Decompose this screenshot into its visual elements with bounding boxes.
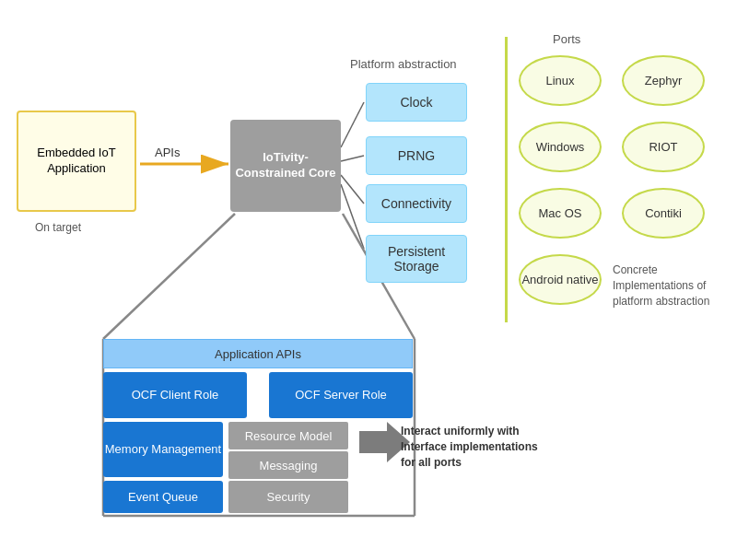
app-apis-label: Application APIs (215, 347, 301, 361)
zephyr-label: Zephyr (645, 74, 682, 88)
ocf-client-label: OCF Client Role (132, 388, 219, 403)
clock-box: Clock (366, 83, 467, 122)
svg-line-8 (103, 214, 235, 339)
platform-abstraction-label: Platform abstraction (350, 57, 457, 71)
connectivity-label: Connectivity (381, 196, 451, 211)
security-box: Security (228, 481, 348, 513)
linux-oval: Linux (519, 55, 602, 106)
prng-box: PRNG (366, 136, 467, 175)
contiki-label: Contiki (645, 206, 682, 220)
ocf-client-box: OCF Client Role (103, 372, 247, 418)
android-label: Android native (521, 273, 598, 287)
embedded-app-label: Embedded IoT Application (18, 146, 135, 177)
ports-label: Ports (553, 32, 580, 46)
apis-label: APIs (155, 146, 180, 159)
ocf-server-label: OCF Server Role (295, 388, 387, 403)
memory-mgmt-label: Memory Management (105, 442, 221, 458)
linux-label: Linux (545, 74, 574, 88)
interact-label: Interact uniformly with Interface implem… (401, 424, 544, 470)
contiki-oval: Contiki (622, 188, 705, 239)
event-queue-box: Event Queue (103, 481, 223, 513)
iotivity-box: IoTivity-Constrained Core (230, 120, 341, 212)
resource-model-box: Resource Model (228, 422, 348, 449)
messaging-label: Messaging (260, 459, 318, 472)
windows-oval: Windows (519, 122, 602, 172)
green-divider (505, 37, 508, 322)
riot-oval: RIOT (622, 122, 705, 172)
prng-label: PRNG (398, 148, 435, 163)
concrete-implementations-label: Concrete Implementations of platform abs… (613, 262, 723, 309)
macos-oval: Mac OS (519, 188, 602, 239)
iotivity-label: IoTivity-Constrained Core (230, 150, 341, 181)
zephyr-oval: Zephyr (622, 55, 705, 106)
svg-line-7 (341, 184, 364, 249)
diagram-container: Embedded IoT Application On target APIs … (0, 0, 737, 560)
ocf-server-box: OCF Server Role (269, 372, 413, 418)
svg-line-4 (341, 102, 364, 147)
svg-line-5 (341, 156, 364, 161)
macos-label: Mac OS (539, 206, 582, 220)
riot-label: RIOT (649, 140, 677, 154)
app-apis-bar: Application APIs (103, 339, 413, 368)
connectivity-box: Connectivity (366, 184, 467, 223)
resource-model-label: Resource Model (245, 429, 333, 443)
memory-mgmt-box: Memory Management (103, 422, 223, 477)
messaging-box: Messaging (228, 451, 348, 479)
security-label: Security (267, 490, 310, 504)
embedded-app-box: Embedded IoT Application (17, 111, 136, 212)
persistent-storage-box: Persistent Storage (366, 235, 467, 283)
persistent-storage-label: Persistent Storage (367, 244, 466, 274)
windows-label: Windows (536, 140, 585, 154)
clock-label: Clock (400, 95, 432, 110)
event-queue-label: Event Queue (128, 490, 198, 504)
android-oval: Android native (519, 254, 602, 305)
on-target-label: On target (35, 221, 81, 234)
svg-line-6 (341, 175, 364, 204)
